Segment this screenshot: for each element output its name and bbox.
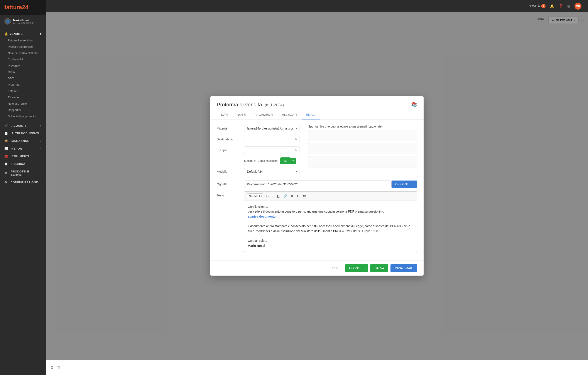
modal-subtitle: (n. 1-2024) [265,103,284,107]
rte-spacer1 [248,219,413,224]
report-label: REPORT [11,147,24,150]
nascosta-group: Mettimi in 'Copia Nascosta' Si ▾ [244,157,296,164]
sidebar-item-ordini[interactable]: Ordini [0,69,46,75]
sidebar-item-rapportini[interactable]: Rapportini [0,107,46,113]
sidebar-item-note-credito[interactable]: Note di Credito [0,100,46,107]
settings-icon[interactable]: ⚙ [50,365,53,370]
format-select[interactable]: Normal [247,193,263,199]
vendite-label: VENDITE [10,32,23,35]
in-copia-label: In copia [217,146,241,152]
sidebar-user-info: 👤 Mario Rossi Account ID: 000000 [0,15,46,28]
attachment-box-3 [308,156,417,167]
azioni-button[interactable]: AZIONI [345,264,362,272]
sidebar-item-ddt[interactable]: DDT [0,75,46,82]
sidebar-report[interactable]: 📊 REPORT › [0,145,46,152]
rte-link[interactable]: scarica documento [248,215,276,218]
app-logo: fattura24 [4,4,28,11]
sidebar-item-fatture[interactable]: Fatture [0,88,46,94]
nascosta-toggle-arrow[interactable]: ▾ [290,158,296,164]
tab-note[interactable]: NOTE [232,110,250,120]
sidebar-prodotti-servizi[interactable]: 🏷 PRODOTTI E SERVIZI [0,168,46,178]
format-select-wrap: Normal ⬆⬇ [247,193,263,199]
vendite-icon: 💰 [4,32,8,35]
notifications-icon[interactable]: 🔔 [550,4,554,8]
attachment-hint: Spunta i file che vuoi allegare a quest'… [308,125,417,128]
esci-button[interactable]: ESCI [329,265,343,272]
modello-select[interactable]: Default F24 [244,168,299,175]
sidebar-item-proforma[interactable]: Proforma [0,82,46,88]
sidebar-item-solleciti[interactable]: Solleciti di pagamento [0,113,46,120]
sidebar-magazzino[interactable]: 📦 MAGAZZINO › [0,137,46,145]
rte-line2: per vedere il documento in oggetto o per… [248,209,413,214]
rubrica-label: RUBRICA [11,162,25,165]
rte-line1: Gentile cliente, [248,204,413,209]
trash-icon[interactable]: 🗑 [57,365,61,370]
destinatario-input[interactable] [244,136,299,143]
rte-saluti: Cordiali saluti, [248,238,413,243]
sidebar-item-corrispettivi[interactable]: Corrispettivi [0,56,46,63]
nascosta-row: Mettimi in 'Copia Nascosta' Si ▾ [217,157,299,164]
nascosta-si-button[interactable]: Si [280,157,290,164]
azioni-arrow-button[interactable]: ▾ [362,264,368,272]
underline-button[interactable]: U [276,193,281,199]
sidebar-acquisti[interactable]: 🛒 ACQUISTI › [0,122,46,130]
help-icon[interactable]: ❓ [559,4,563,8]
novita-button[interactable]: NOVITÀ 1 [529,4,546,8]
sidebar-item-ricevute[interactable]: Ricevute [0,94,46,100]
config-icon: ⚙ [4,181,7,184]
in-copia-input[interactable] [244,146,299,154]
modal-title-area: Proforma di vendita (n. 1-2024) [217,102,284,108]
modello-select-wrap: Default F24 ▾ [244,168,299,175]
opzioni-button[interactable]: OPZIONI [392,180,411,188]
destinatario-edit-icon[interactable]: ✎ [295,138,297,141]
modal-header: Proforma di vendita (n. 1-2024) 📚 [210,96,424,108]
chevron-right-icon5: › [40,154,41,158]
clear-format-button[interactable]: Tx [301,193,307,199]
top-form-area: Mittente fattura24professionista@gmail.c… [217,125,417,179]
sidebar-item-preventivi[interactable]: Preventivi [0,63,46,69]
tab-dati[interactable]: DATI [217,110,232,120]
sidebar-altri-documenti[interactable]: 📄 ALTRI DOCUMENTI › [0,130,46,137]
rte-link-line: scarica documento [248,214,413,219]
rte-firma-name: Mario Rossi [248,244,265,247]
chevron-right-icon: › [40,124,41,127]
sidebar-strumenti[interactable]: 🧰 STRUMENTI › [0,152,46,160]
acquisti-icon: 🛒 [4,124,8,127]
bold-button[interactable]: B [265,193,270,199]
invia-email-button[interactable]: INVIA EMAIL [390,264,417,272]
oggetto-input[interactable]: Proforma num. 1-2024 del 31/05/2024 [244,180,392,188]
mittente-select[interactable]: fattura24professionista@gmail.com [244,125,299,132]
sidebar-vendite-header[interactable]: 💰 VENDITE ▾ [0,31,46,37]
sidebar-item-parcelle-el[interactable]: Parcelle elettroniche [0,44,46,50]
italic-button[interactable]: I [271,193,275,199]
layout-icon[interactable]: ⊞ [567,4,570,8]
tab-pagamenti[interactable]: PAGAMENTI [250,110,278,120]
rte-toolbar: Normal ⬆⬇ B I U 🔗 ≡ ≡ Tx [244,191,417,201]
sidebar-item-note-credito-el[interactable]: Note di Credito elett.che [0,50,46,56]
modello-row: Modello Default F24 ▾ [217,168,299,175]
sidebar-item-fatture-el[interactable]: Fatture Elettroniche [0,37,46,44]
tab-allegati[interactable]: ALLEGATI [278,110,302,120]
destinatario-row: Destinatario ✎ [217,136,299,143]
sidebar-rubrica[interactable]: 📋 RUBRICA [0,160,46,168]
modal-library-icon[interactable]: 📚 [411,102,417,108]
salva-button[interactable]: SALVA [370,264,388,272]
rubrica-icon: 📋 [4,162,8,165]
link-button[interactable]: 🔗 [282,193,289,199]
in-copia-edit-icon[interactable]: ✎ [295,148,297,152]
in-copia-input-wrap: ✎ [244,146,299,154]
user-avatar[interactable]: MR [575,3,581,10]
ordered-list-button[interactable]: ≡ [289,193,294,199]
logo-num: 24 [22,4,28,11]
rte-spacer2 [248,233,413,238]
rte-content[interactable]: Gentile cliente, per vedere il documento… [244,201,417,252]
sidebar-configurazione[interactable]: ⚙ CONFIGURAZIONE › [0,178,46,186]
sidebar-section-vendite: 💰 VENDITE ▾ Fatture Elettroniche Parcell… [0,28,46,122]
opzioni-arrow-button[interactable]: ▾ [411,180,417,188]
strumenti-label: STRUMENTI [11,154,29,158]
rte-area: Normal ⬆⬇ B I U 🔗 ≡ ≡ Tx [244,191,417,252]
prodotti-icon: 🏷 [4,172,7,175]
tab-email[interactable]: EMAIL [302,110,320,120]
unordered-list-button[interactable]: ≡ [295,193,300,199]
acquisti-label: ACQUISTI [11,124,26,127]
